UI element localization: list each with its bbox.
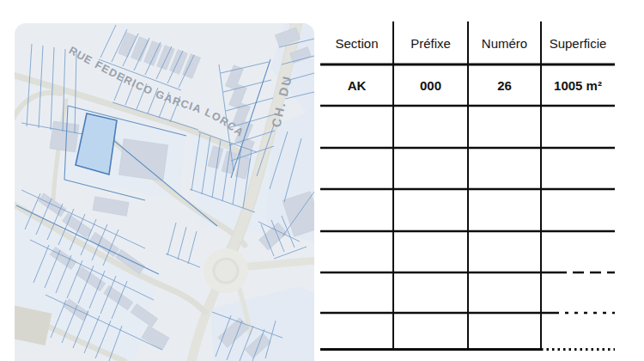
parcel-info-table: Section Préfixe Numéro Superficie AK 000… [320, 21, 615, 351]
roundabout [204, 248, 248, 293]
cell-prefixe-value: 000 [393, 64, 468, 106]
cell-section-value: AK [320, 64, 393, 106]
cadastral-map: RUE FEDERICO GARCIA LORCA CH. DU [15, 23, 314, 361]
col-header-superficie: Superficie [541, 21, 615, 64]
cadastral-map-canvas: RUE FEDERICO GARCIA LORCA CH. DU [15, 23, 314, 361]
col-header-prefixe: Préfixe [393, 21, 468, 64]
cell-superficie-value: 1005 m² [541, 64, 615, 106]
cell-numero-value: 26 [468, 64, 541, 106]
parcel-detail-page: { "map": { "street_labels": [ { "id": "r… [0, 0, 644, 361]
col-header-numero: Numéro [468, 21, 541, 64]
parcel-zones-layer [15, 23, 314, 361]
col-header-section: Section [320, 21, 393, 64]
